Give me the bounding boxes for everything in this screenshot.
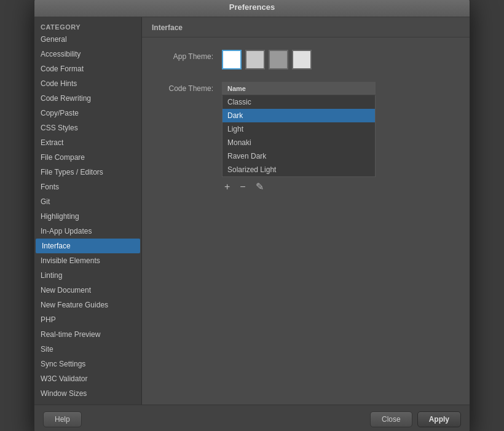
code-theme-list: Name ClassicDarkLightMonakiRaven DarkSol… (222, 82, 376, 193)
sidebar-item-in-app-updates[interactable]: In-App Updates (34, 224, 141, 239)
sidebar-item-linting[interactable]: Linting (34, 268, 141, 283)
sidebar-item-css-styles[interactable]: CSS Styles (34, 121, 141, 135)
sidebar-item-code-format[interactable]: Code Format (34, 61, 141, 76)
content-area: App Theme: Code Theme: Name ClassicDarkL… (142, 38, 470, 405)
theme-swatch-4[interactable] (292, 50, 312, 69)
code-theme-row: Code Theme: Name ClassicDarkLightMonakiR… (160, 82, 451, 193)
code-theme-row-classic[interactable]: Classic (222, 95, 376, 109)
sidebar-item-copy-paste[interactable]: Copy/Paste (34, 106, 141, 121)
code-theme-row-light[interactable]: Light (222, 122, 376, 136)
code-theme-row-raven-dark[interactable]: Raven Dark (222, 149, 376, 163)
app-theme-label: App Theme: (160, 50, 222, 61)
sidebar-item-new-feature-guides[interactable]: New Feature Guides (34, 298, 141, 312)
dialog-title: Preferences (34, 0, 470, 17)
sidebar-item-window-sizes[interactable]: Window Sizes (34, 386, 141, 401)
help-button[interactable]: Help (43, 411, 82, 427)
sidebar-item-file-compare[interactable]: File Compare (34, 150, 141, 165)
sidebar-category-label: Category (34, 21, 141, 32)
sidebar: Category GeneralAccessibilityCode Format… (34, 17, 142, 405)
sidebar-item-accessibility[interactable]: Accessibility (34, 47, 141, 61)
code-theme-row-solarized-light[interactable]: Solarized Light (222, 163, 376, 177)
code-theme-row-monaki[interactable]: Monaki (222, 136, 376, 149)
theme-swatches (222, 50, 312, 69)
app-theme-row: App Theme: (160, 50, 451, 69)
sidebar-item-interface[interactable]: Interface (36, 239, 140, 253)
sidebar-item-new-document[interactable]: New Document (34, 283, 141, 298)
sidebar-item-code-hints[interactable]: Code Hints (34, 76, 141, 91)
remove-theme-button[interactable]: − (237, 181, 248, 193)
sidebar-item-git[interactable]: Git (34, 194, 141, 209)
code-theme-col-header: Name (222, 82, 376, 95)
add-theme-button[interactable]: + (222, 181, 232, 193)
sidebar-item-file-types-editors[interactable]: File Types / Editors (34, 165, 141, 180)
code-theme-table: Name ClassicDarkLightMonakiRaven DarkSol… (222, 82, 376, 177)
sidebar-item-invisible-elements[interactable]: Invisible Elements (34, 253, 141, 268)
sidebar-item-fonts[interactable]: Fonts (34, 180, 141, 194)
code-theme-label: Code Theme: (160, 82, 222, 93)
sidebar-item-highlighting[interactable]: Highlighting (34, 209, 141, 224)
footer-right-buttons: Close Apply (370, 411, 461, 427)
code-theme-row-dark[interactable]: Dark (222, 109, 376, 122)
apply-button[interactable]: Apply (417, 411, 461, 427)
sidebar-item-real-time-preview[interactable]: Real-time Preview (34, 327, 141, 342)
section-header: Interface (142, 17, 470, 38)
preferences-dialog: Preferences Category GeneralAccessibilit… (34, 0, 470, 431)
theme-swatch-2[interactable] (245, 50, 265, 69)
sidebar-item-w3c-validator[interactable]: W3C Validator (34, 371, 141, 386)
sidebar-item-code-rewriting[interactable]: Code Rewriting (34, 91, 141, 106)
dialog-body: Category GeneralAccessibilityCode Format… (34, 17, 470, 405)
dialog-footer: Help Close Apply (34, 405, 470, 431)
main-content: Interface App Theme: Code Theme: Name (142, 17, 470, 405)
theme-actions: + − ✎ (222, 181, 376, 193)
sidebar-item-extract[interactable]: Extract (34, 135, 141, 150)
sidebar-item-site[interactable]: Site (34, 342, 141, 357)
edit-theme-button[interactable]: ✎ (253, 181, 266, 193)
sidebar-item-sync-settings[interactable]: Sync Settings (34, 357, 141, 371)
sidebar-item-php[interactable]: PHP (34, 312, 141, 327)
sidebar-item-general[interactable]: General (34, 32, 141, 47)
theme-swatch-3[interactable] (269, 50, 288, 69)
close-button[interactable]: Close (370, 411, 412, 427)
theme-swatch-1[interactable] (222, 50, 242, 69)
